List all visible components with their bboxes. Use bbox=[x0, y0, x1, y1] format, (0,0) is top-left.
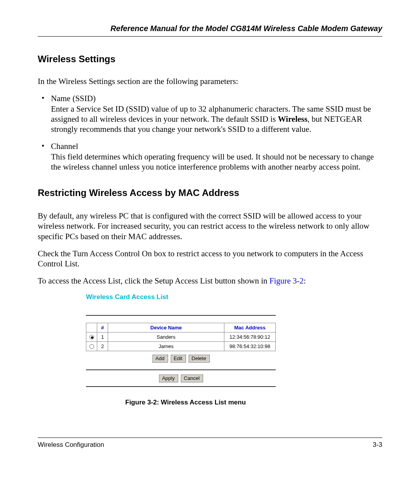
col-num-header: # bbox=[97, 323, 108, 332]
heading-wireless-settings: Wireless Settings bbox=[38, 54, 382, 65]
paragraph: By default, any wireless PC that is conf… bbox=[38, 211, 382, 242]
table-row[interactable]: 1 Sanders 12:34:56:78:90:12 bbox=[86, 332, 276, 341]
row-device-name: Sanders bbox=[108, 332, 224, 341]
divider bbox=[86, 315, 276, 316]
intro-paragraph: In the Wireless Settings section are the… bbox=[38, 76, 382, 86]
delete-button[interactable]: Delete bbox=[188, 354, 210, 362]
row-num: 2 bbox=[97, 341, 108, 351]
table-row[interactable]: 2 James 98:76:54:32:10:98 bbox=[86, 341, 276, 351]
radio-icon[interactable] bbox=[89, 344, 94, 349]
footer-left: Wireless Configuration bbox=[38, 441, 104, 449]
figure-caption: Figure 3-2: Wireless Access List menu bbox=[125, 399, 382, 406]
param-body: This field determines which operating fr… bbox=[51, 152, 374, 172]
param-item-ssid: Name (SSID) Enter a Service Set ID (SSID… bbox=[42, 93, 382, 134]
col-mac-header: Mac Address bbox=[224, 323, 276, 332]
divider bbox=[86, 369, 276, 370]
parameter-list: Name (SSID) Enter a Service Set ID (SSID… bbox=[42, 93, 382, 172]
footer-right: 3-3 bbox=[373, 441, 382, 449]
row-device-name: James bbox=[108, 341, 224, 351]
figure-reference-link[interactable]: Figure 3-2 bbox=[270, 276, 304, 285]
access-list-screenshot: Wireless Card Access List # Device Name … bbox=[86, 293, 276, 387]
paragraph: To access the Access List, click the Set… bbox=[38, 276, 382, 286]
add-button[interactable]: Add bbox=[152, 354, 168, 362]
screenshot-title: Wireless Card Access List bbox=[86, 293, 276, 301]
param-item-channel: Channel This field determines which oper… bbox=[42, 141, 382, 172]
edit-button[interactable]: Edit bbox=[170, 354, 186, 362]
p3-pre: To access the Access List, click the Set… bbox=[38, 276, 270, 285]
row-mac-address: 98:76:54:32:10:98 bbox=[224, 341, 276, 351]
page-footer: Wireless Configuration 3-3 bbox=[38, 438, 382, 449]
button-row-1: Add Edit Delete bbox=[86, 354, 276, 362]
col-select-header bbox=[86, 323, 97, 332]
page-header: Reference Manual for the Model CG814M Wi… bbox=[38, 24, 382, 37]
row-num: 1 bbox=[97, 332, 108, 341]
access-list-table: # Device Name Mac Address 1 Sanders 12:3… bbox=[86, 323, 276, 351]
cancel-button[interactable]: Cancel bbox=[180, 374, 203, 382]
col-name-header: Device Name bbox=[108, 323, 224, 332]
param-body-bold: Wireless bbox=[278, 114, 307, 124]
radio-icon[interactable] bbox=[89, 335, 94, 340]
p3-post: : bbox=[304, 276, 306, 285]
figure-3-2: Wireless Card Access List # Device Name … bbox=[38, 293, 382, 406]
paragraph: Check the Turn Access Control On box to … bbox=[38, 248, 382, 269]
param-title: Name (SSID) bbox=[51, 93, 382, 103]
heading-mac-restrict: Restricting Wireless Access by MAC Addre… bbox=[38, 187, 382, 198]
footer-divider bbox=[38, 438, 382, 438]
apply-button[interactable]: Apply bbox=[159, 374, 178, 382]
row-mac-address: 12:34:56:78:90:12 bbox=[224, 332, 276, 341]
button-row-2: Apply Cancel bbox=[86, 374, 276, 382]
param-title: Channel bbox=[51, 141, 382, 151]
